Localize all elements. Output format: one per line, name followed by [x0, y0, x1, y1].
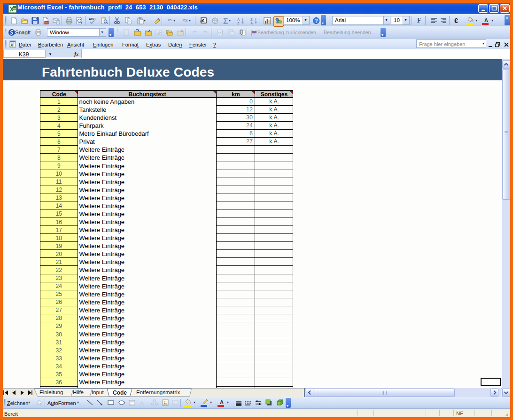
- svg-text:X: X: [10, 43, 13, 47]
- svg-text:A: A: [139, 400, 145, 406]
- svg-text:A: A: [220, 399, 224, 404]
- svg-text:A: A: [250, 21, 253, 25]
- svg-text:?: ?: [315, 18, 318, 23]
- svg-text:ABC: ABC: [89, 17, 95, 21]
- svg-text:A: A: [276, 20, 279, 24]
- svg-text:A: A: [484, 17, 488, 23]
- svg-text:€: €: [454, 17, 458, 24]
- svg-text:Z: Z: [237, 21, 240, 25]
- svg-text:€: €: [202, 18, 204, 23]
